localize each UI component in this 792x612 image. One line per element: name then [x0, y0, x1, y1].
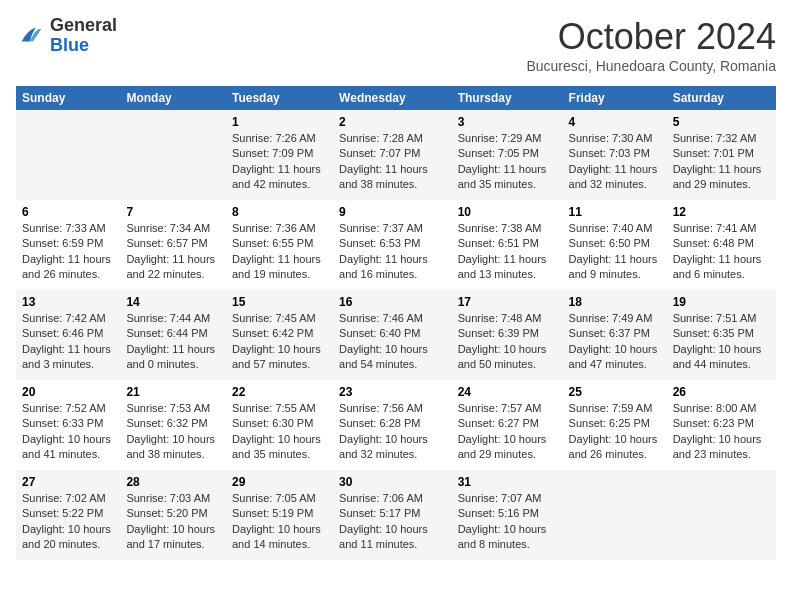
- day-number: 31: [458, 475, 557, 489]
- header-day-sunday: Sunday: [16, 86, 120, 110]
- month-title: October 2024: [526, 16, 776, 58]
- day-number: 28: [126, 475, 220, 489]
- day-info: Sunrise: 7:34 AM Sunset: 6:57 PM Dayligh…: [126, 221, 220, 283]
- calendar-cell: [667, 470, 776, 560]
- day-info: Sunrise: 7:30 AM Sunset: 7:03 PM Dayligh…: [569, 131, 661, 193]
- calendar-cell: 12Sunrise: 7:41 AM Sunset: 6:48 PM Dayli…: [667, 200, 776, 290]
- week-row-4: 20Sunrise: 7:52 AM Sunset: 6:33 PM Dayli…: [16, 380, 776, 470]
- day-info: Sunrise: 7:44 AM Sunset: 6:44 PM Dayligh…: [126, 311, 220, 373]
- logo: General Blue: [16, 16, 117, 56]
- calendar-cell: 24Sunrise: 7:57 AM Sunset: 6:27 PM Dayli…: [452, 380, 563, 470]
- calendar-cell: 30Sunrise: 7:06 AM Sunset: 5:17 PM Dayli…: [333, 470, 452, 560]
- day-number: 3: [458, 115, 557, 129]
- day-info: Sunrise: 7:45 AM Sunset: 6:42 PM Dayligh…: [232, 311, 327, 373]
- calendar-cell: 16Sunrise: 7:46 AM Sunset: 6:40 PM Dayli…: [333, 290, 452, 380]
- day-info: Sunrise: 7:42 AM Sunset: 6:46 PM Dayligh…: [22, 311, 114, 373]
- day-info: Sunrise: 7:57 AM Sunset: 6:27 PM Dayligh…: [458, 401, 557, 463]
- week-row-1: 1Sunrise: 7:26 AM Sunset: 7:09 PM Daylig…: [16, 110, 776, 200]
- day-info: Sunrise: 7:03 AM Sunset: 5:20 PM Dayligh…: [126, 491, 220, 553]
- day-number: 17: [458, 295, 557, 309]
- day-number: 23: [339, 385, 446, 399]
- day-info: Sunrise: 7:46 AM Sunset: 6:40 PM Dayligh…: [339, 311, 446, 373]
- day-number: 1: [232, 115, 327, 129]
- day-info: Sunrise: 7:36 AM Sunset: 6:55 PM Dayligh…: [232, 221, 327, 283]
- day-number: 7: [126, 205, 220, 219]
- day-info: Sunrise: 7:55 AM Sunset: 6:30 PM Dayligh…: [232, 401, 327, 463]
- day-number: 11: [569, 205, 661, 219]
- header-day-wednesday: Wednesday: [333, 86, 452, 110]
- day-info: Sunrise: 7:59 AM Sunset: 6:25 PM Dayligh…: [569, 401, 661, 463]
- week-row-3: 13Sunrise: 7:42 AM Sunset: 6:46 PM Dayli…: [16, 290, 776, 380]
- calendar-table: SundayMondayTuesdayWednesdayThursdayFrid…: [16, 86, 776, 560]
- day-info: Sunrise: 8:00 AM Sunset: 6:23 PM Dayligh…: [673, 401, 770, 463]
- logo-blue-text: Blue: [50, 36, 117, 56]
- header-day-friday: Friday: [563, 86, 667, 110]
- calendar-cell: 13Sunrise: 7:42 AM Sunset: 6:46 PM Dayli…: [16, 290, 120, 380]
- day-number: 22: [232, 385, 327, 399]
- day-number: 10: [458, 205, 557, 219]
- calendar-cell: 17Sunrise: 7:48 AM Sunset: 6:39 PM Dayli…: [452, 290, 563, 380]
- day-info: Sunrise: 7:53 AM Sunset: 6:32 PM Dayligh…: [126, 401, 220, 463]
- header-day-saturday: Saturday: [667, 86, 776, 110]
- day-info: Sunrise: 7:33 AM Sunset: 6:59 PM Dayligh…: [22, 221, 114, 283]
- day-number: 14: [126, 295, 220, 309]
- calendar-cell: 22Sunrise: 7:55 AM Sunset: 6:30 PM Dayli…: [226, 380, 333, 470]
- day-info: Sunrise: 7:37 AM Sunset: 6:53 PM Dayligh…: [339, 221, 446, 283]
- day-number: 30: [339, 475, 446, 489]
- day-info: Sunrise: 7:05 AM Sunset: 5:19 PM Dayligh…: [232, 491, 327, 553]
- location-subtitle: Bucuresci, Hunedoara County, Romania: [526, 58, 776, 74]
- calendar-cell: 7Sunrise: 7:34 AM Sunset: 6:57 PM Daylig…: [120, 200, 226, 290]
- calendar-cell: 14Sunrise: 7:44 AM Sunset: 6:44 PM Dayli…: [120, 290, 226, 380]
- day-number: 26: [673, 385, 770, 399]
- calendar-cell: 25Sunrise: 7:59 AM Sunset: 6:25 PM Dayli…: [563, 380, 667, 470]
- calendar-cell: 19Sunrise: 7:51 AM Sunset: 6:35 PM Dayli…: [667, 290, 776, 380]
- logo-icon: [16, 22, 44, 50]
- day-number: 4: [569, 115, 661, 129]
- day-info: Sunrise: 7:49 AM Sunset: 6:37 PM Dayligh…: [569, 311, 661, 373]
- calendar-cell: 31Sunrise: 7:07 AM Sunset: 5:16 PM Dayli…: [452, 470, 563, 560]
- day-info: Sunrise: 7:29 AM Sunset: 7:05 PM Dayligh…: [458, 131, 557, 193]
- title-section: October 2024 Bucuresci, Hunedoara County…: [526, 16, 776, 74]
- calendar-cell: 28Sunrise: 7:03 AM Sunset: 5:20 PM Dayli…: [120, 470, 226, 560]
- calendar-cell: 18Sunrise: 7:49 AM Sunset: 6:37 PM Dayli…: [563, 290, 667, 380]
- day-info: Sunrise: 7:48 AM Sunset: 6:39 PM Dayligh…: [458, 311, 557, 373]
- calendar-cell: 10Sunrise: 7:38 AM Sunset: 6:51 PM Dayli…: [452, 200, 563, 290]
- day-info: Sunrise: 7:40 AM Sunset: 6:50 PM Dayligh…: [569, 221, 661, 283]
- calendar-cell: 21Sunrise: 7:53 AM Sunset: 6:32 PM Dayli…: [120, 380, 226, 470]
- day-number: 25: [569, 385, 661, 399]
- day-number: 20: [22, 385, 114, 399]
- page-header: General Blue October 2024 Bucuresci, Hun…: [16, 16, 776, 74]
- day-number: 21: [126, 385, 220, 399]
- calendar-cell: [16, 110, 120, 200]
- calendar-cell: 26Sunrise: 8:00 AM Sunset: 6:23 PM Dayli…: [667, 380, 776, 470]
- day-number: 2: [339, 115, 446, 129]
- calendar-cell: 4Sunrise: 7:30 AM Sunset: 7:03 PM Daylig…: [563, 110, 667, 200]
- day-number: 13: [22, 295, 114, 309]
- calendar-cell: 2Sunrise: 7:28 AM Sunset: 7:07 PM Daylig…: [333, 110, 452, 200]
- day-info: Sunrise: 7:51 AM Sunset: 6:35 PM Dayligh…: [673, 311, 770, 373]
- day-info: Sunrise: 7:26 AM Sunset: 7:09 PM Dayligh…: [232, 131, 327, 193]
- calendar-cell: 5Sunrise: 7:32 AM Sunset: 7:01 PM Daylig…: [667, 110, 776, 200]
- day-number: 8: [232, 205, 327, 219]
- header-row: SundayMondayTuesdayWednesdayThursdayFrid…: [16, 86, 776, 110]
- day-info: Sunrise: 7:38 AM Sunset: 6:51 PM Dayligh…: [458, 221, 557, 283]
- calendar-cell: 3Sunrise: 7:29 AM Sunset: 7:05 PM Daylig…: [452, 110, 563, 200]
- header-day-tuesday: Tuesday: [226, 86, 333, 110]
- day-info: Sunrise: 7:02 AM Sunset: 5:22 PM Dayligh…: [22, 491, 114, 553]
- day-number: 19: [673, 295, 770, 309]
- day-number: 29: [232, 475, 327, 489]
- day-number: 24: [458, 385, 557, 399]
- calendar-header: SundayMondayTuesdayWednesdayThursdayFrid…: [16, 86, 776, 110]
- week-row-2: 6Sunrise: 7:33 AM Sunset: 6:59 PM Daylig…: [16, 200, 776, 290]
- day-info: Sunrise: 7:56 AM Sunset: 6:28 PM Dayligh…: [339, 401, 446, 463]
- calendar-cell: 29Sunrise: 7:05 AM Sunset: 5:19 PM Dayli…: [226, 470, 333, 560]
- day-number: 12: [673, 205, 770, 219]
- week-row-5: 27Sunrise: 7:02 AM Sunset: 5:22 PM Dayli…: [16, 470, 776, 560]
- calendar-cell: 20Sunrise: 7:52 AM Sunset: 6:33 PM Dayli…: [16, 380, 120, 470]
- day-number: 6: [22, 205, 114, 219]
- header-day-thursday: Thursday: [452, 86, 563, 110]
- day-info: Sunrise: 7:32 AM Sunset: 7:01 PM Dayligh…: [673, 131, 770, 193]
- day-number: 9: [339, 205, 446, 219]
- calendar-cell: 6Sunrise: 7:33 AM Sunset: 6:59 PM Daylig…: [16, 200, 120, 290]
- day-number: 27: [22, 475, 114, 489]
